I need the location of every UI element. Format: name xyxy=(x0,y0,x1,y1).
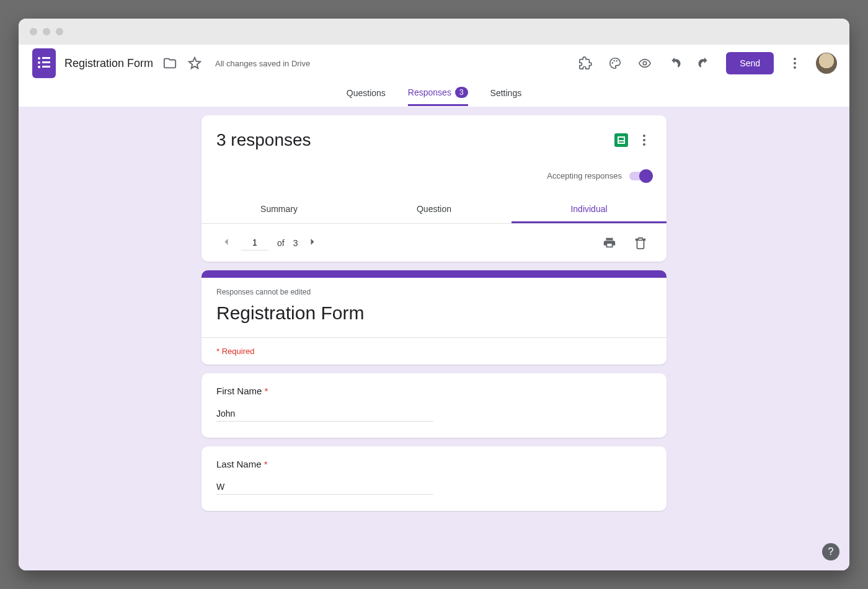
account-avatar[interactable] xyxy=(816,53,837,74)
responses-title: 3 responses xyxy=(216,130,606,150)
document-title[interactable]: Registration Form xyxy=(64,57,153,70)
tab-questions[interactable]: Questions xyxy=(347,88,386,106)
pager-of-label: of xyxy=(277,238,285,248)
form-title: Registration Form xyxy=(216,303,652,324)
pager-total: 3 xyxy=(293,238,298,248)
edit-disabled-note: Responses cannot be edited xyxy=(216,288,652,296)
undo-icon[interactable] xyxy=(666,55,683,71)
svg-point-0 xyxy=(612,62,613,63)
question-card-last-name: Last Name * xyxy=(202,446,666,511)
folder-icon[interactable] xyxy=(162,55,178,71)
view-tab-individual[interactable]: Individual xyxy=(512,195,666,223)
send-button[interactable]: Send xyxy=(726,52,774,74)
required-star-icon: * xyxy=(265,386,268,396)
redo-icon[interactable] xyxy=(696,55,712,71)
accent-bar xyxy=(202,270,666,278)
answer-last-name xyxy=(216,479,433,495)
window-close-dot[interactable] xyxy=(30,28,37,35)
star-icon[interactable] xyxy=(187,55,203,71)
view-tab-summary[interactable]: Summary xyxy=(202,195,356,223)
sheets-icon[interactable] xyxy=(614,133,628,147)
view-tab-question[interactable]: Question xyxy=(356,195,512,223)
response-pager: of 3 xyxy=(216,224,652,262)
question-label: First Name * xyxy=(216,386,652,396)
help-icon[interactable]: ? xyxy=(822,543,839,560)
form-title-card: Responses cannot be edited Registration … xyxy=(202,270,666,365)
responses-card: 3 responses Accepting responses Summary … xyxy=(202,115,666,262)
response-index-input[interactable] xyxy=(241,235,268,250)
question-label: Last Name * xyxy=(216,459,652,469)
svg-point-2 xyxy=(616,60,618,61)
more-menu-icon[interactable] xyxy=(787,56,802,71)
print-icon[interactable] xyxy=(598,236,621,250)
preview-icon[interactable] xyxy=(637,55,653,71)
next-response-icon[interactable] xyxy=(306,236,319,250)
response-view-tabs: Summary Question Individual xyxy=(202,195,666,224)
responses-more-icon[interactable] xyxy=(637,133,652,148)
svg-point-3 xyxy=(644,61,647,65)
question-card-first-name: First Name * xyxy=(202,373,666,438)
tab-settings[interactable]: Settings xyxy=(490,88,522,106)
browser-titlebar xyxy=(19,19,849,45)
window-minimize-dot[interactable] xyxy=(43,28,50,35)
tab-responses[interactable]: Responses 3 xyxy=(408,87,468,106)
header-actions: Send xyxy=(577,52,837,74)
answer-first-name xyxy=(216,406,433,422)
accepting-responses-label: Accepting responses xyxy=(547,171,622,180)
required-star-icon: * xyxy=(264,459,268,469)
palette-icon[interactable] xyxy=(607,55,623,71)
responses-count-badge: 3 xyxy=(455,87,468,98)
forms-logo-icon[interactable] xyxy=(32,48,56,78)
app-window: Registration Form All changes saved in D… xyxy=(19,19,849,570)
window-zoom-dot[interactable] xyxy=(56,28,63,35)
app-header: Registration Form All changes saved in D… xyxy=(19,45,849,82)
svg-point-1 xyxy=(614,60,615,61)
tab-responses-label: Responses xyxy=(408,87,451,97)
required-legend: * Required xyxy=(202,338,666,365)
prev-response-icon[interactable] xyxy=(220,236,232,250)
save-status: All changes saved in Drive xyxy=(215,59,310,68)
addons-icon[interactable] xyxy=(577,55,593,71)
accepting-responses-toggle[interactable] xyxy=(629,172,652,180)
workspace: 3 responses Accepting responses Summary … xyxy=(19,107,849,570)
delete-response-icon[interactable] xyxy=(629,236,652,250)
main-tabs: Questions Responses 3 Settings xyxy=(19,82,849,107)
